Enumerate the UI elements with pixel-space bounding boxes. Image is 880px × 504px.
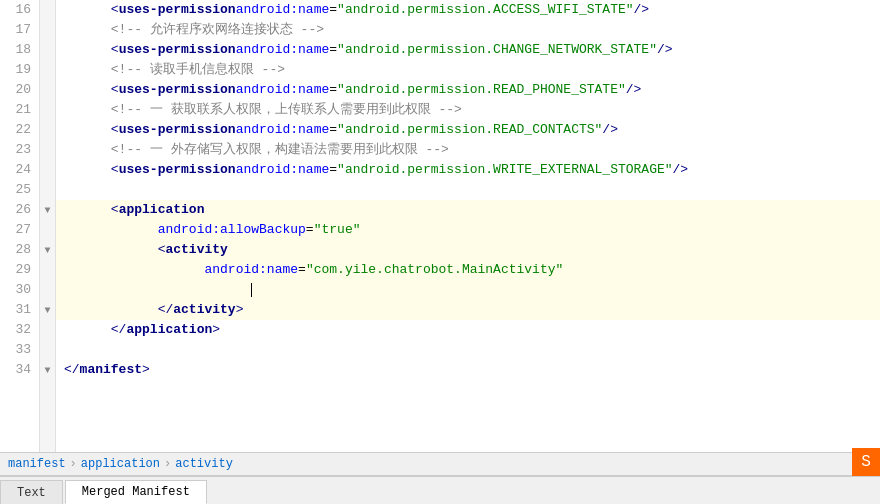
- code-line: <uses-permission android:name="android.p…: [56, 0, 880, 20]
- editor-area: 16171819202122232425262728293031323334 ▼…: [0, 0, 880, 452]
- gutter: ▼▼▼▼: [40, 0, 56, 452]
- breadcrumb-bar: manifest›application›activity: [0, 452, 880, 476]
- line-number: 21: [8, 100, 31, 120]
- line-number: 24: [8, 160, 31, 180]
- code-line: <application: [56, 200, 880, 220]
- breadcrumb-separator: ›: [164, 457, 171, 471]
- gutter-row: [40, 100, 55, 120]
- gutter-row: [40, 180, 55, 200]
- gutter-row[interactable]: ▼: [40, 200, 55, 220]
- breadcrumb-separator: ›: [70, 457, 77, 471]
- gutter-row: [40, 140, 55, 160]
- tab-merged-manifest[interactable]: Merged Manifest: [65, 480, 207, 504]
- code-line: <uses-permission android:name="android.p…: [56, 80, 880, 100]
- code-line: android:name="com.yile.chatrobot.MainAct…: [56, 260, 880, 280]
- breadcrumb-item[interactable]: application: [81, 457, 160, 471]
- line-number: 20: [8, 80, 31, 100]
- code-line: <!-- 一 外存储写入权限，构建语法需要用到此权限 -->: [56, 140, 880, 160]
- line-number: 32: [8, 320, 31, 340]
- code-line: </activity>: [56, 300, 880, 320]
- code-line: [56, 280, 880, 300]
- gutter-row: [40, 20, 55, 40]
- line-number: 31: [8, 300, 31, 320]
- code-line: <!-- 允许程序欢网络连接状态 -->: [56, 20, 880, 40]
- tabs-bar: TextMerged Manifest: [0, 476, 880, 504]
- line-number: 18: [8, 40, 31, 60]
- gutter-row: [40, 160, 55, 180]
- line-number: 26: [8, 200, 31, 220]
- gutter-row: [40, 220, 55, 240]
- line-number: 23: [8, 140, 31, 160]
- editor-wrapper: 16171819202122232425262728293031323334 ▼…: [0, 0, 880, 504]
- gutter-row: [40, 340, 55, 360]
- line-number: 28: [8, 240, 31, 260]
- code-line: [56, 340, 880, 360]
- breadcrumb-item[interactable]: activity: [175, 457, 233, 471]
- line-number: 17: [8, 20, 31, 40]
- code-line: <uses-permission android:name="android.p…: [56, 120, 880, 140]
- gutter-row: [40, 40, 55, 60]
- line-number: 22: [8, 120, 31, 140]
- line-number: 27: [8, 220, 31, 240]
- code-line: <!-- 一 获取联系人权限，上传联系人需要用到此权限 -->: [56, 100, 880, 120]
- code-line: <uses-permission android:name="android.p…: [56, 40, 880, 60]
- code-line: android:allowBackup="true": [56, 220, 880, 240]
- gutter-row[interactable]: ▼: [40, 300, 55, 320]
- line-number: 34: [8, 360, 31, 380]
- line-number: 16: [8, 0, 31, 20]
- text-cursor: [251, 283, 252, 297]
- gutter-row[interactable]: ▼: [40, 240, 55, 260]
- line-number: 29: [8, 260, 31, 280]
- code-lines[interactable]: <uses-permission android:name="android.p…: [56, 0, 880, 452]
- code-line: </manifest>: [56, 360, 880, 380]
- code-line: <!-- 读取手机信息权限 -->: [56, 60, 880, 80]
- line-number: 30: [8, 280, 31, 300]
- tab-text[interactable]: Text: [0, 480, 63, 504]
- line-number: 25: [8, 180, 31, 200]
- gutter-row[interactable]: ▼: [40, 360, 55, 380]
- side-panel-icon[interactable]: S: [852, 448, 880, 476]
- code-line: <uses-permission android:name="android.p…: [56, 160, 880, 180]
- gutter-row: [40, 260, 55, 280]
- code-line: [56, 180, 880, 200]
- breadcrumb-item[interactable]: manifest: [8, 457, 66, 471]
- code-line: <activity: [56, 240, 880, 260]
- line-number: 33: [8, 340, 31, 360]
- code-container: 16171819202122232425262728293031323334 ▼…: [0, 0, 880, 452]
- code-line: </application>: [56, 320, 880, 340]
- line-number: 19: [8, 60, 31, 80]
- line-numbers: 16171819202122232425262728293031323334: [0, 0, 40, 452]
- gutter-row: [40, 280, 55, 300]
- gutter-row: [40, 0, 55, 20]
- gutter-row: [40, 80, 55, 100]
- gutter-row: [40, 120, 55, 140]
- gutter-row: [40, 320, 55, 340]
- gutter-row: [40, 60, 55, 80]
